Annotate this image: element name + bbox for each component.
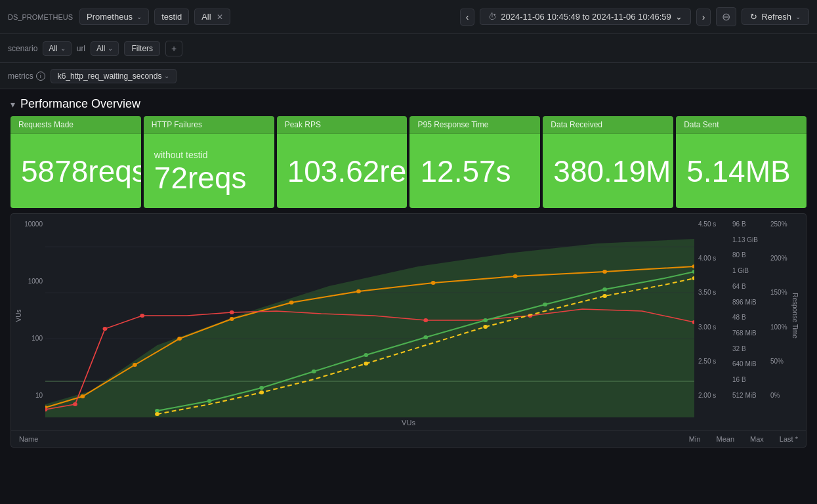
svg-point-35 — [155, 412, 159, 416]
page-title: Performance Overview — [20, 97, 140, 111]
datasource-select[interactable]: Prometheus ⌄ — [79, 9, 149, 25]
y-r3-2: 150% — [770, 289, 787, 296]
y-r2-5: 896 MiB — [732, 299, 757, 306]
svg-point-30 — [423, 335, 428, 339]
metrics-bar: metrics i k6_http_req_waiting_seconds ⌄ — [0, 63, 817, 89]
url-label: url — [77, 44, 85, 53]
y-r2-7: 768 MiB — [732, 329, 757, 337]
stat-cards-row: Requests Made 5878reqs HTTP Failures wit… — [0, 116, 817, 208]
failures-value: 72reqs — [154, 163, 264, 193]
footer-last: Last * — [780, 435, 798, 443]
y-r1-5: 2.00 s — [698, 392, 716, 399]
scenario-value: All — [49, 44, 57, 53]
filters-button[interactable]: Filters — [124, 41, 160, 56]
svg-point-26 — [207, 399, 212, 403]
y-r2-9: 640 MiB — [732, 360, 757, 368]
refresh-button[interactable]: ↻ Refresh ⌄ — [742, 9, 809, 25]
svg-point-22 — [423, 318, 428, 322]
url-select[interactable]: All ⌄ — [91, 41, 119, 56]
time-range-label: 2024-11-06 10:45:49 to 2024-11-06 10:46:… — [501, 12, 671, 22]
scenario-label: scenario — [8, 44, 37, 53]
y-r3-0: 250% — [770, 220, 787, 228]
svg-point-18 — [73, 402, 77, 406]
all-close-icon[interactable]: ✕ — [217, 12, 223, 22]
received-unit: MB — [646, 154, 673, 188]
svg-point-31 — [483, 318, 488, 322]
y-r2-11: 512 MiB — [732, 392, 757, 399]
scenario-chevron: ⌄ — [60, 45, 66, 52]
y-axis-left: 10000 1000 100 10 VUs — [11, 214, 45, 417]
card-body-sent: 5.14MB — [676, 134, 807, 208]
card-body-rps: 103.62req/s — [277, 134, 408, 208]
time-prev-button[interactable]: ‹ — [460, 9, 475, 26]
svg-point-37 — [364, 362, 368, 366]
stat-card-rps: Peak RPS 103.62req/s — [277, 116, 408, 208]
y-r3-1: 200% — [770, 255, 787, 262]
url-chevron: ⌄ — [108, 45, 113, 52]
footer-max: Max — [750, 435, 764, 443]
card-body-p95: 12.57s — [409, 134, 540, 208]
svg-point-28 — [312, 369, 316, 373]
p95-number: 12.57 — [420, 154, 495, 188]
requests-value: 5878reqs — [21, 156, 131, 186]
svg-point-21 — [230, 310, 234, 314]
zoom-button[interactable]: ⊖ — [716, 7, 736, 26]
failures-unit: reqs — [188, 161, 246, 195]
chart-svg — [45, 214, 694, 417]
collapse-button[interactable]: ▾ — [10, 99, 15, 110]
y-r1-1: 4.00 s — [698, 255, 716, 262]
url-value: All — [96, 44, 105, 53]
y-r1-0: 4.50 s — [698, 220, 716, 228]
stat-card-sent: Data Sent 5.14MB — [676, 116, 807, 208]
all-label: All — [201, 12, 211, 22]
footer-mean: Mean — [717, 435, 735, 443]
response-time-axis-label: Response Time — [791, 293, 799, 338]
svg-point-33 — [602, 287, 607, 291]
failures-sublabel: without testid — [154, 150, 264, 160]
y-r2-4: 64 B — [732, 283, 746, 290]
svg-point-15 — [602, 270, 607, 274]
svg-point-10 — [230, 317, 234, 321]
y-r3-4: 50% — [770, 358, 784, 365]
datasource-label: Prometheus — [87, 12, 133, 22]
metrics-info-icon[interactable]: i — [36, 72, 45, 81]
card-header-rps: Peak RPS — [277, 116, 408, 134]
y-r2-10: 16 B — [732, 376, 746, 383]
stat-card-received: Data Received 380.19MB — [543, 116, 673, 208]
testid-tag[interactable]: testid — [154, 9, 189, 25]
svg-point-27 — [259, 386, 264, 390]
y-r2-1: 1.13 GiB — [732, 236, 758, 243]
metrics-label: metrics — [8, 72, 33, 81]
svg-point-20 — [140, 314, 144, 318]
all-tag[interactable]: All ✕ — [194, 9, 230, 25]
svg-point-32 — [543, 303, 547, 306]
metrics-chevron: ⌄ — [164, 72, 169, 79]
failures-number: 72 — [154, 161, 188, 195]
svg-point-29 — [364, 353, 368, 357]
footer-min: Min — [689, 435, 701, 443]
chart-container: 10000 1000 100 10 VUs — [10, 213, 807, 448]
time-range-picker[interactable]: ⏱ 2024-11-06 10:45:49 to 2024-11-06 10:4… — [480, 9, 691, 25]
received-number: 380.19 — [553, 154, 646, 188]
sent-value: 5.14MB — [686, 156, 796, 186]
rps-number: 103.62 — [287, 154, 380, 188]
rps-value: 103.62req/s — [287, 156, 397, 186]
y-r3-3: 100% — [770, 324, 787, 331]
svg-point-13 — [431, 281, 436, 285]
scenario-select[interactable]: All ⌄ — [43, 41, 71, 56]
card-header-sent: Data Sent — [676, 116, 807, 134]
y-axis-right2: 96 B 1.13 GiB 80 B 1 GiB 64 B 896 MiB 48… — [730, 214, 769, 417]
y-r1-4: 2.50 s — [698, 358, 716, 365]
testid-label: testid — [161, 12, 182, 22]
y-r1-3: 3.00 s — [698, 324, 716, 331]
y-left-10: 10 — [35, 392, 43, 399]
chart-footer-right: Min Mean Max Last * — [689, 435, 798, 443]
time-next-button[interactable]: › — [696, 9, 711, 26]
svg-point-14 — [513, 274, 518, 278]
add-filter-button[interactable]: + — [165, 41, 182, 56]
metrics-select[interactable]: k6_http_req_waiting_seconds ⌄ — [51, 69, 177, 83]
y-r2-6: 48 B — [732, 314, 746, 321]
footer-name: Name — [19, 435, 38, 443]
p95-unit: s — [496, 154, 511, 188]
stat-card-p95: P95 Response Time 12.57s — [409, 116, 540, 208]
